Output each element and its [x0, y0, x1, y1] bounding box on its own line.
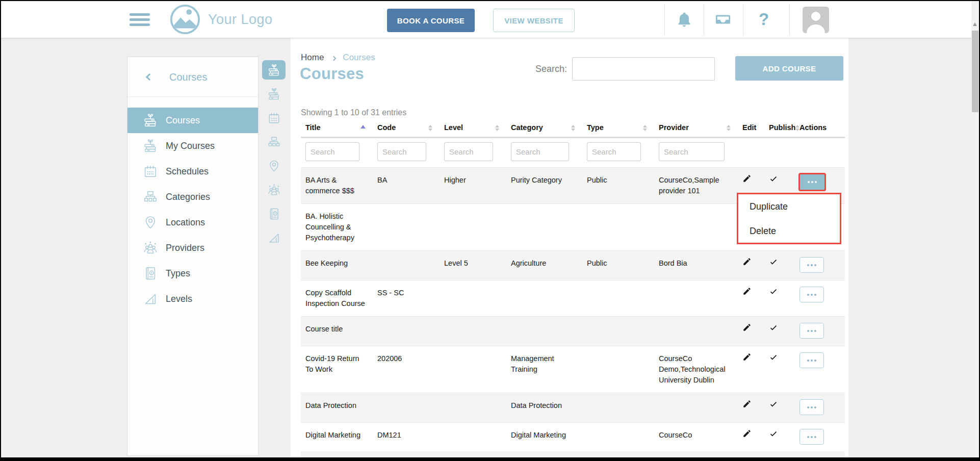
cell-type [582, 204, 654, 250]
cell-title: Bee Keeping [301, 251, 373, 280]
edit-pencil-icon[interactable] [738, 452, 764, 461]
edit-pencil-icon[interactable] [738, 317, 764, 346]
sort-desc-icon [495, 129, 499, 131]
rail-item-levels[interactable] [262, 226, 286, 250]
sidebar-item-locations[interactable]: Locations [127, 210, 258, 235]
breadcrumb-home-link[interactable]: Home [301, 53, 324, 63]
breadcrumb: Home Courses [301, 53, 375, 63]
scrollbar-thumb[interactable] [972, 31, 978, 112]
filter-input-type[interactable] [587, 142, 641, 161]
filter-input-category[interactable] [511, 142, 569, 161]
logo[interactable]: Your Logo [169, 4, 273, 35]
inbox-tray-icon[interactable] [713, 9, 733, 30]
row-actions-button[interactable] [800, 323, 824, 339]
column-header-code[interactable]: Code [373, 121, 440, 137]
row-actions-button[interactable] [800, 257, 824, 273]
row-actions-button[interactable] [800, 287, 824, 302]
column-header-title[interactable]: Title [301, 121, 373, 137]
column-header-label: Provider [659, 123, 689, 132]
sort-asc-icon [727, 125, 731, 127]
publish-check-icon[interactable] [764, 452, 795, 461]
sidebar-item-label: Schedules [166, 166, 209, 177]
ellipsis-dot [811, 436, 813, 438]
sort-desc-icon [428, 129, 432, 131]
user-avatar[interactable] [803, 7, 829, 33]
edit-pencil-icon[interactable] [738, 393, 764, 422]
menu-item-delete[interactable]: Delete [738, 219, 840, 243]
cell-level: Level 5 [440, 251, 506, 280]
publish-check-icon[interactable] [764, 346, 795, 393]
search-input[interactable] [572, 57, 715, 81]
cell-provider: CourseCo,Sample provider 101 [654, 168, 738, 203]
row-actions-button[interactable] [800, 399, 824, 415]
edit-pencil-icon[interactable] [738, 280, 764, 316]
filter-input-level[interactable] [444, 142, 493, 161]
cell-provider: Bord Bia [654, 251, 738, 280]
cell-level [440, 280, 506, 316]
check-icon [769, 458, 778, 461]
publish-check-icon[interactable] [764, 251, 795, 280]
column-header-type[interactable]: Type [582, 121, 654, 137]
categories-icon [267, 135, 281, 149]
sidebar-item-levels[interactable]: Levels [127, 286, 258, 312]
filter-input-title[interactable] [305, 142, 359, 161]
menu-item-duplicate[interactable]: Duplicate [738, 194, 840, 219]
book-a-course-button[interactable]: BOOK A COURSE [387, 9, 475, 32]
table-row: Bee KeepingLevel 5AgriculturePublicBord … [301, 250, 845, 280]
rail-item-courses[interactable] [262, 60, 286, 80]
cell-provider: CourseCo [654, 423, 738, 452]
row-actions-button[interactable] [800, 352, 824, 368]
add-course-button[interactable]: ADD COURSE [735, 56, 843, 81]
sidebar-item-schedules[interactable]: Schedules [127, 159, 258, 184]
filter-cell [506, 142, 582, 167]
cell-title: Data Protection [301, 393, 373, 422]
rail-item-schedules[interactable] [262, 106, 286, 130]
column-header-category[interactable]: Category [506, 121, 582, 137]
column-header-provider[interactable]: Provider [654, 121, 738, 137]
publish-check-icon[interactable] [764, 280, 795, 316]
sidebar-menu: CoursesMy CoursesSchedulesCategoriesLoca… [127, 97, 258, 312]
table-row: Course title [301, 316, 845, 346]
cell-type [582, 280, 654, 316]
publish-check-icon[interactable] [764, 423, 795, 452]
edit-pencil-icon[interactable] [738, 346, 764, 393]
cell-level [440, 393, 506, 422]
hamburger-menu-icon[interactable] [130, 13, 150, 27]
table-filter-row [301, 138, 845, 167]
publish-check-icon[interactable] [764, 317, 795, 346]
sidebar-item-my-courses[interactable]: My Courses [127, 133, 258, 159]
filter-input-provider[interactable] [659, 142, 725, 161]
row-actions-button[interactable] [800, 429, 824, 445]
vertical-scrollbar[interactable] [971, 1, 979, 457]
sidebar-back-header[interactable]: Courses [127, 57, 258, 97]
edit-pencil-icon[interactable] [738, 251, 764, 280]
sidebar-item-categories[interactable]: Categories [127, 184, 258, 210]
help-icon[interactable]: ? [754, 9, 774, 30]
sidebar-item-courses[interactable]: Courses [127, 108, 258, 133]
sidebar-item-types[interactable]: Types [127, 261, 258, 286]
sidebar-item-providers[interactable]: Providers [127, 235, 258, 261]
sidebar-item-label: Categories [166, 192, 210, 202]
table-row: Digital MarketingDM121Digital MarketingC… [301, 422, 845, 452]
notifications-bell-icon[interactable] [674, 9, 694, 30]
rail-item-categories[interactable] [262, 130, 286, 154]
column-header-publish[interactable]: Publish [764, 121, 795, 137]
rail-item-types[interactable] [262, 202, 286, 226]
table-row: Data ProtectionData Protection [301, 393, 845, 422]
filter-input-code[interactable] [377, 142, 426, 161]
scrollbar-up-arrow-icon[interactable] [973, 22, 977, 26]
sidebar-item-label: Types [166, 268, 190, 279]
view-website-button[interactable]: VIEW WEBSITE [493, 9, 575, 32]
rail-item-locations[interactable] [262, 154, 286, 178]
edit-pencil-icon[interactable] [738, 423, 764, 452]
publish-check-icon[interactable] [764, 393, 795, 422]
row-actions-button-selected[interactable] [798, 173, 826, 191]
column-header-level[interactable]: Level [440, 121, 506, 137]
cell-title: BA. Holistic Councelling & Psychotherapy [301, 204, 373, 250]
cell-title: Diploma in Asset [301, 452, 373, 461]
rail-item-my-courses[interactable] [262, 82, 286, 106]
filter-cell [582, 142, 654, 167]
rail-item-providers[interactable] [262, 178, 286, 202]
breadcrumb-separator-icon [331, 56, 337, 61]
row-actions-button[interactable] [800, 458, 824, 461]
